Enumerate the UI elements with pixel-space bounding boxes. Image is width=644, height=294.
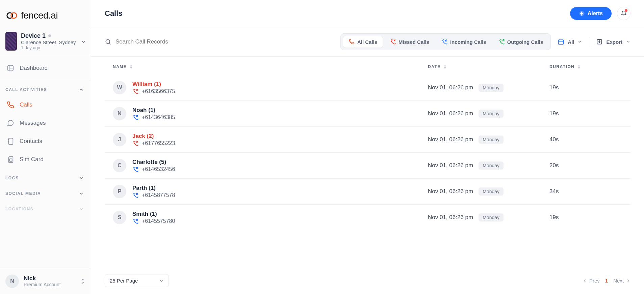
call-type-tabs: All Calls Missed Calls Incoming Calls Ou… — [340, 33, 551, 50]
contact-name: Charlotte (5) — [132, 159, 175, 166]
svg-point-14 — [106, 39, 110, 43]
status-dot-icon — [48, 34, 51, 37]
svg-rect-12 — [9, 159, 12, 161]
alerts-button[interactable]: Alerts — [570, 7, 612, 20]
svg-rect-8 — [9, 138, 13, 144]
table-row[interactable]: CCharlotte (5)+6146532456Nov 01, 06:26 p… — [105, 152, 630, 178]
chevron-down-icon — [577, 39, 582, 44]
group-call-activities[interactable]: CALL ACTIVITIES — [0, 80, 91, 96]
incoming-call-icon — [132, 192, 138, 198]
table-row[interactable]: PParth (1)+6145877578Nov 01, 06:26 pmMon… — [105, 178, 630, 204]
table-row[interactable]: JJack (2)+6177655223Nov 01, 06:26 pmMond… — [105, 126, 630, 152]
group-logs[interactable]: LOGS — [0, 169, 91, 184]
name-cell: JJack (2)+6177655223 — [113, 133, 428, 146]
day-chip: Monday — [479, 110, 504, 118]
contact-avatar: C — [113, 159, 126, 172]
bolt-icon — [579, 10, 585, 17]
filter-bar: All Calls Missed Calls Incoming Calls Ou… — [91, 27, 644, 57]
user-name: Nick — [24, 275, 61, 282]
main-content: Calls Alerts — [91, 0, 644, 294]
nav-dashboard[interactable]: Dashboard — [0, 56, 91, 80]
search-input[interactable] — [115, 38, 217, 45]
sort-icon: ▲▼ — [443, 64, 447, 69]
name-cell: SSmith (1)+6145575780 — [113, 211, 428, 224]
chevron-up-icon — [79, 87, 84, 92]
table-rows: WWilliam (1)+6163566375Nov 01, 06:26 pmM… — [105, 75, 630, 230]
page-title: Calls — [105, 9, 123, 18]
user-avatar: N — [5, 274, 19, 288]
nav-messages[interactable]: Messages — [0, 114, 91, 132]
tab-missed-calls[interactable]: Missed Calls — [384, 36, 435, 48]
contact-phone: +6143646385 — [132, 114, 175, 120]
group-social-media[interactable]: SOCIAL MEDIA — [0, 184, 91, 200]
pagination: Prev 1 Next — [583, 278, 630, 284]
per-page-selector[interactable]: 25 Per Page — [105, 274, 169, 287]
table-row[interactable]: WWilliam (1)+6163566375Nov 01, 06:26 pmM… — [105, 75, 630, 100]
divider — [589, 37, 589, 46]
table-row[interactable]: SSmith (1)+6145575780Nov 01, 06:26 pmMon… — [105, 204, 630, 230]
device-selector[interactable]: Device 1 Clarence Street, Sydney 1 day a… — [0, 28, 91, 56]
current-page: 1 — [605, 278, 608, 284]
contacts-icon — [7, 138, 14, 145]
day-chip: Monday — [479, 84, 504, 92]
chevron-down-icon — [81, 39, 86, 45]
notifications-button[interactable] — [617, 7, 630, 20]
brand-logo-icon — [5, 11, 18, 20]
current-user[interactable]: N Nick Premium Account — [0, 268, 91, 294]
device-name: Device 1 — [21, 32, 76, 39]
col-date[interactable]: DATE ▲▼ — [428, 64, 549, 69]
export-button[interactable]: Export — [596, 38, 630, 45]
contact-phone: +6145575780 — [132, 218, 175, 224]
name-cell: PParth (1)+6145877578 — [113, 185, 428, 198]
chevron-down-icon — [79, 206, 84, 212]
date-cell: Nov 01, 06:26 pmMonday — [428, 161, 549, 170]
nav-calls[interactable]: Calls — [0, 96, 91, 114]
prev-button[interactable]: Prev — [583, 278, 600, 284]
contact-avatar: J — [113, 133, 126, 146]
device-thumbnail — [5, 32, 17, 51]
sim-card-icon — [7, 156, 14, 163]
contact-avatar: S — [113, 211, 126, 224]
date-cell: Nov 01, 06:26 pmMonday — [428, 110, 549, 118]
day-chip: Monday — [479, 187, 504, 196]
table-row[interactable]: NNoah (1)+6143646385Nov 01, 06:26 pmMond… — [105, 100, 630, 126]
next-button[interactable]: Next — [613, 278, 630, 284]
tab-outgoing-calls[interactable]: Outgoing Calls — [493, 36, 549, 48]
chevron-down-icon — [79, 175, 84, 181]
nav-contacts[interactable]: Contacts — [0, 132, 91, 150]
tab-incoming-calls[interactable]: Incoming Calls — [436, 36, 492, 48]
contact-name: Smith (1) — [132, 211, 175, 217]
messages-icon — [7, 119, 14, 127]
device-location: Clarence Street, Sydney — [21, 39, 76, 45]
incoming-call-icon — [132, 166, 138, 172]
nav-sim-card[interactable]: Sim Card — [0, 150, 91, 169]
brand-logo: fenced.ai — [0, 0, 91, 28]
missed-call-icon — [132, 140, 138, 146]
contact-avatar: P — [113, 185, 126, 198]
topbar: Calls Alerts — [91, 0, 644, 27]
name-cell: NNoah (1)+6143646385 — [113, 107, 428, 120]
name-cell: CCharlotte (5)+6146532456 — [113, 159, 428, 172]
calls-table: NAME ▲▼ DATE ▲▼ DURATION ▲▼ WWilliam (1)… — [91, 57, 644, 267]
incoming-call-icon — [132, 114, 138, 120]
contact-name: William (1) — [132, 81, 175, 88]
dashboard-icon — [7, 64, 14, 72]
search-wrap — [105, 38, 334, 45]
contact-phone: +6146532456 — [132, 166, 175, 172]
chevron-down-icon — [79, 191, 84, 196]
duration-cell: 19s — [549, 110, 630, 117]
svg-line-15 — [109, 43, 111, 45]
col-name[interactable]: NAME ▲▼ — [113, 64, 428, 69]
duration-cell: 20s — [549, 162, 630, 169]
tab-all-calls[interactable]: All Calls — [343, 36, 383, 48]
chevron-down-icon — [159, 278, 164, 283]
duration-cell: 40s — [549, 136, 630, 143]
date-range-selector[interactable]: All — [558, 38, 582, 45]
export-icon — [596, 38, 603, 45]
incoming-call-icon — [132, 218, 138, 224]
group-locations[interactable]: LOCATIONS — [0, 200, 91, 215]
table-footer: 25 Per Page Prev 1 Next — [91, 267, 644, 294]
contact-avatar: W — [113, 81, 126, 94]
col-duration[interactable]: DURATION ▲▼ — [549, 64, 630, 69]
missed-call-icon — [390, 39, 396, 45]
